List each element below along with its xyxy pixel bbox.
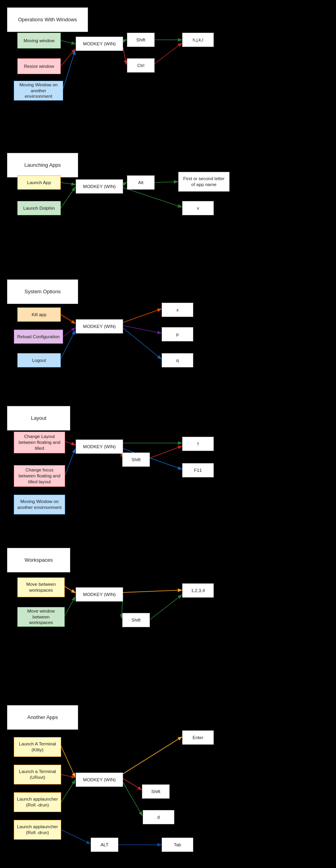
launch-kitty-node: Launch A Terminal (Kitty): [14, 737, 61, 757]
svg-line-34: [123, 782, 142, 815]
moving-window-node: Moving window: [17, 33, 61, 48]
svg-line-29: [61, 746, 75, 777]
section-another-apps-label: Another Apps: [27, 714, 58, 721]
shift-2-node: Shift: [122, 453, 150, 467]
tab-key-node: Tab: [162, 838, 193, 852]
kill-app-node: Kill app: [17, 307, 61, 322]
f-key-node: f: [182, 437, 214, 451]
q-key-node: q: [162, 353, 193, 367]
svg-line-10: [155, 182, 177, 183]
1234-key-node: 1,2,3,4: [182, 583, 214, 598]
svg-line-22: [150, 446, 181, 458]
svg-line-35: [61, 830, 90, 844]
svg-line-33: [123, 779, 141, 790]
svg-line-8: [61, 188, 75, 208]
svg-line-3: [123, 40, 126, 41]
change-focus-node: Change focus between floating and tilled…: [14, 465, 65, 487]
v-key-node: v: [182, 201, 214, 215]
moving-window-env2-node: Moving Window on another envirnonment: [14, 495, 65, 514]
move-between-ws-node: Move between workspaces: [17, 577, 65, 597]
launch-rofi1-node: Launch applauncher (Rofi -drun): [14, 792, 61, 812]
reload-config-node: Reload Configuration: [14, 330, 63, 344]
d-key-node: d: [143, 810, 174, 824]
modkey-win-3-node: MODKEY (WIN): [76, 319, 123, 333]
alt-1-node: Alt: [127, 175, 155, 190]
modkey-win-2-node: MODKEY (WIN): [76, 179, 123, 194]
svg-line-19: [65, 449, 75, 475]
launch-urxvt-node: Launch a Terminal (URxvt): [14, 765, 61, 784]
section-layout-label: Layout: [31, 415, 46, 422]
svg-line-17: [123, 328, 161, 359]
svg-line-2: [63, 51, 75, 89]
p-key-node: p: [162, 327, 193, 341]
section-system-options-label: System Options: [24, 289, 61, 295]
logout-node: Logout: [17, 353, 61, 367]
svg-line-12: [61, 315, 75, 323]
resize-window-node: Resize window: [17, 58, 61, 74]
section-launching-apps-label: Launching Apps: [24, 162, 61, 169]
svg-line-25: [65, 597, 75, 616]
section-workspaces-label: Workspaces: [24, 557, 52, 564]
shift-1-node: Shift: [127, 33, 155, 47]
hjkl-node: h,j,k,l: [182, 33, 214, 47]
enter-key-node: Enter: [182, 730, 214, 745]
move-window-ws-node: Move window between workspaces: [17, 607, 65, 627]
modkey-win-6-node: MODKEY (WIN): [76, 773, 123, 787]
svg-line-24: [65, 587, 75, 592]
svg-line-11: [123, 188, 181, 207]
svg-line-30: [61, 775, 75, 777]
modkey-win-1-node: MODKEY (WIN): [76, 37, 123, 51]
section-ops-windows-label: Operations With Windows: [18, 17, 77, 23]
ctrl-1-node: Ctrl: [127, 58, 155, 73]
modkey-win-5-node: MODKEY (WIN): [76, 587, 123, 602]
svg-line-1: [61, 49, 75, 66]
svg-line-28: [150, 595, 181, 620]
f11-key-node: F11: [182, 463, 214, 477]
svg-line-4: [123, 47, 126, 64]
svg-line-15: [123, 309, 161, 322]
svg-line-7: [61, 183, 75, 184]
x-key-node: x: [162, 303, 193, 317]
alt-2-node: ALT: [91, 838, 118, 852]
svg-line-26: [123, 590, 181, 592]
svg-line-0: [61, 41, 75, 44]
svg-line-16: [123, 326, 161, 333]
svg-line-9: [123, 183, 126, 184]
svg-line-32: [123, 737, 181, 774]
launch-dolphin-node: Launch Dolphin: [17, 201, 61, 215]
launch-app-node: Launch App: [17, 175, 61, 190]
svg-line-6: [155, 43, 181, 64]
launch-rofi2-node: Launch applauncher (Rofi -drun): [14, 820, 61, 840]
svg-line-31: [61, 780, 75, 802]
shift-3-node: Shift: [122, 613, 150, 627]
change-layout-node: Change Layout between floating and tille…: [14, 432, 65, 453]
svg-line-18: [65, 441, 75, 445]
modkey-win-4-node: MODKEY (WIN): [76, 440, 123, 454]
app-letter-node: First or second letter of app name: [178, 172, 230, 192]
moving-window-env1-node: Moving Window on another envirnonment: [14, 81, 63, 101]
shift-4-node: Shift: [142, 784, 170, 799]
svg-line-13: [63, 328, 75, 337]
